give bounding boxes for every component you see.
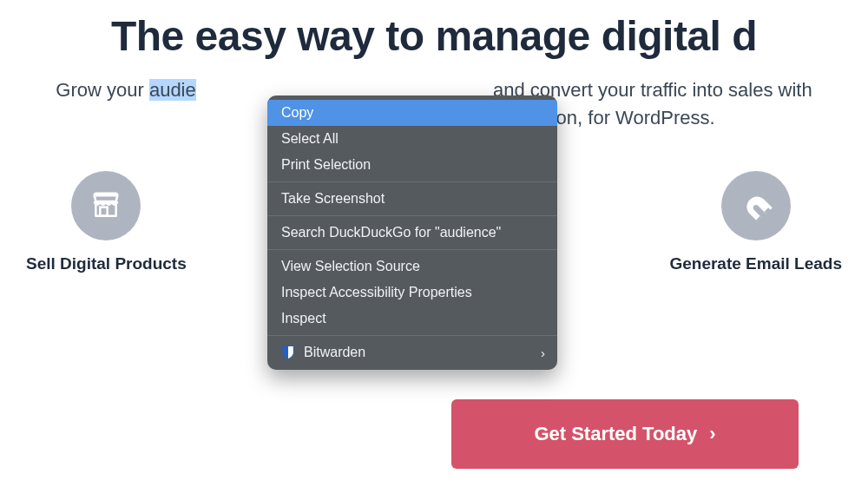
feature-label: Generate Email Leads — [669, 254, 842, 273]
cta-label: Get Started Today — [534, 423, 697, 445]
ctx-bitwarden-label: Bitwarden — [304, 345, 365, 360]
feature-sell: Sell Digital Products — [26, 171, 187, 273]
selected-text: audie — [149, 79, 196, 101]
storefront-icon — [71, 171, 141, 240]
ctx-separator — [267, 335, 557, 336]
ctx-inspect-a11y[interactable]: Inspect Accessibility Properties — [267, 280, 557, 306]
ctx-copy[interactable]: Copy — [267, 100, 557, 126]
magnet-icon — [721, 171, 791, 240]
get-started-button[interactable]: Get Started Today › — [451, 399, 799, 469]
bitwarden-shield-icon — [281, 345, 295, 360]
hero-sub-line2-text: lution, for WordPress. — [532, 107, 715, 128]
ctx-inspect[interactable]: Inspect — [267, 306, 557, 332]
ctx-take-screenshot[interactable]: Take Screenshot — [267, 186, 557, 212]
chevron-right-icon: › — [541, 346, 545, 360]
feature-label: Sell Digital Products — [26, 254, 187, 273]
ctx-separator — [267, 249, 557, 250]
ctx-bitwarden[interactable]: Bitwarden › — [267, 339, 557, 365]
ctx-view-selection-source[interactable]: View Selection Source — [267, 253, 557, 280]
chevron-right-icon: › — [709, 423, 715, 445]
ctx-print-selection[interactable]: Print Selection — [267, 152, 557, 178]
ctx-separator — [267, 215, 557, 216]
hero-title: The easy way to manage digital d — [0, 0, 868, 60]
ctx-select-all[interactable]: Select All — [267, 126, 557, 152]
ctx-separator — [267, 181, 557, 182]
context-menu: Copy Select All Print Selection Take Scr… — [267, 95, 557, 370]
svg-rect-0 — [101, 207, 108, 216]
hero-sub-before: Grow your — [56, 79, 149, 101]
feature-leads: Generate Email Leads — [669, 171, 842, 273]
ctx-search-ddg[interactable]: Search DuckDuckGo for "audience" — [267, 220, 557, 246]
